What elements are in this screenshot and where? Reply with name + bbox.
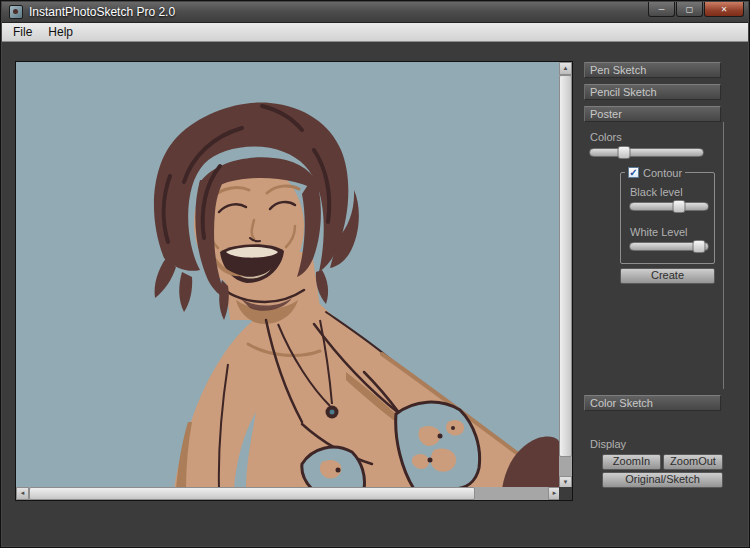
horizontal-scrollbar-thumb[interactable] (29, 487, 475, 500)
black-level-slider-thumb[interactable] (672, 200, 685, 213)
section-poster[interactable]: Poster (584, 106, 721, 122)
canvas-area: ▲ ▼ ◄ ► (15, 61, 573, 501)
section-pencil-sketch[interactable]: Pencil Sketch (584, 84, 721, 100)
section-color-sketch[interactable]: Color Sketch (584, 395, 721, 411)
menu-item-help[interactable]: Help (40, 23, 81, 41)
contour-checkbox-row[interactable]: ✓ Contour (625, 166, 685, 179)
colors-slider[interactable] (589, 146, 704, 159)
black-level-slider-track[interactable] (629, 202, 709, 211)
scroll-left-button[interactable]: ◄ (16, 487, 29, 500)
vertical-scrollbar-thumb[interactable] (559, 75, 572, 457)
app-window: InstantPhotoSketch Pro 2.0 ─ ▢ ✕ File He… (0, 0, 750, 548)
white-level-label: White Level (630, 226, 687, 238)
colors-label: Colors (590, 131, 622, 143)
white-level-slider-thumb[interactable] (693, 240, 706, 253)
horizontal-scrollbar[interactable]: ◄ ► (16, 487, 561, 500)
black-level-slider[interactable] (629, 200, 709, 213)
app-icon (9, 5, 23, 19)
colors-slider-track[interactable] (589, 148, 704, 157)
display-label: Display (590, 438, 626, 450)
window-title: InstantPhotoSketch Pro 2.0 (29, 5, 175, 19)
titlebar: InstantPhotoSketch Pro 2.0 ─ ▢ ✕ (2, 2, 748, 23)
zoom-in-button[interactable]: ZoomIn (602, 454, 661, 470)
contour-label: Contour (643, 167, 682, 179)
scroll-up-button[interactable]: ▲ (559, 62, 572, 75)
minimize-button[interactable]: ─ (648, 2, 675, 17)
window-controls: ─ ▢ ✕ (648, 2, 744, 17)
zoom-out-button[interactable]: ZoomOut (663, 454, 723, 470)
section-pen-sketch[interactable]: Pen Sketch (584, 62, 721, 78)
menubar: File Help (2, 23, 748, 42)
black-level-label: Black level (630, 186, 683, 198)
white-level-slider[interactable] (629, 240, 709, 253)
canvas-image (16, 62, 561, 489)
maximize-button[interactable]: ▢ (676, 2, 703, 17)
original-sketch-button[interactable]: Original/Sketch (602, 472, 723, 488)
create-button[interactable]: Create (620, 268, 715, 284)
scrollbar-corner (559, 487, 572, 500)
contour-checkbox[interactable]: ✓ (628, 167, 639, 178)
vertical-scrollbar[interactable]: ▲ ▼ (559, 62, 572, 489)
menu-item-file[interactable]: File (5, 23, 40, 41)
colors-slider-thumb[interactable] (617, 146, 630, 159)
close-button[interactable]: ✕ (704, 2, 744, 17)
